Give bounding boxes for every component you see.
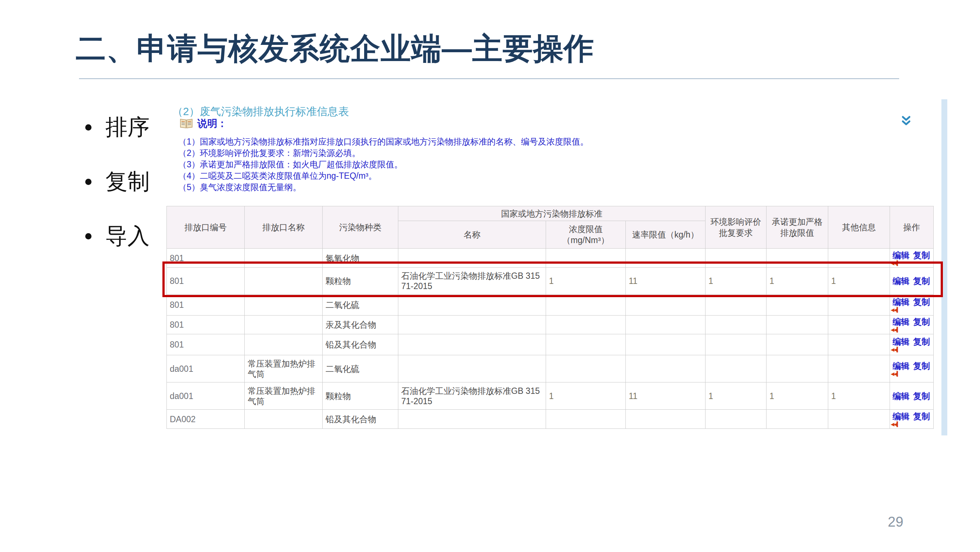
cell-pollutant: 铅及其化合物 bbox=[323, 410, 398, 429]
copy-link[interactable]: 复制 bbox=[913, 250, 930, 260]
col-stricter-limit: 承诺更加严格 排放限值 bbox=[767, 206, 828, 249]
cell-rate: 11 bbox=[626, 268, 705, 295]
cell-pollutant: 颗粒物 bbox=[323, 383, 398, 410]
cell-eia bbox=[705, 334, 767, 355]
table-row: 801 二氧化硫 编辑复制 ◀◀▍ bbox=[167, 295, 934, 316]
edit-link[interactable]: 编辑 bbox=[892, 276, 910, 286]
cell-rate bbox=[626, 355, 705, 383]
cell-outlet-no: 801 bbox=[167, 334, 245, 355]
copy-link[interactable]: 复制 bbox=[913, 361, 930, 371]
cell-operations: 编辑复制 ◀◀▍ bbox=[890, 334, 934, 355]
cell-stricter bbox=[767, 334, 828, 355]
cell-rate bbox=[626, 249, 705, 268]
cell-rate bbox=[626, 316, 705, 334]
sort-arrows-icon[interactable]: ◀◀▍ bbox=[891, 260, 932, 266]
edit-link[interactable]: 编辑 bbox=[892, 250, 910, 260]
cell-outlet-no: DA002 bbox=[167, 410, 245, 429]
bullet-dot bbox=[85, 124, 92, 131]
cell-operations: 编辑复制 ◀◀▍ bbox=[890, 410, 934, 429]
edit-link[interactable]: 编辑 bbox=[892, 412, 910, 421]
cell-eia bbox=[705, 249, 767, 268]
cell-conc: 1 bbox=[546, 383, 626, 410]
cell-rate bbox=[626, 295, 705, 316]
note-line: （2）环境影响评价批复要求：新增污染源必填。 bbox=[178, 147, 589, 159]
cell-other bbox=[828, 410, 890, 429]
edit-link[interactable]: 编辑 bbox=[892, 337, 910, 346]
cell-conc bbox=[546, 316, 626, 334]
cell-outlet-no: da001 bbox=[167, 355, 245, 383]
note-line: （3）承诺更加严格排放限值：如火电厂超低排放浓度限值。 bbox=[178, 159, 589, 170]
cell-standard: 石油化学工业污染物排放标准GB 31571-2015 bbox=[398, 383, 546, 410]
cell-outlet-name: 常压装置加热炉排气筒 bbox=[245, 383, 323, 410]
table-row: da001 常压装置加热炉排气筒 颗粒物 石油化学工业污染物排放标准GB 315… bbox=[167, 383, 934, 410]
cell-rate bbox=[626, 334, 705, 355]
note-header: 说明： bbox=[180, 117, 227, 130]
edit-link[interactable]: 编辑 bbox=[892, 317, 910, 327]
note-line: （1）国家或地方污染物排放标准指对应排放口须执行的国家或地方污染物排放标准的名称… bbox=[178, 136, 589, 147]
collapse-chevron-down-icon[interactable] bbox=[900, 115, 912, 127]
cell-outlet-name bbox=[245, 295, 323, 316]
cell-outlet-name bbox=[245, 410, 323, 429]
copy-link[interactable]: 复制 bbox=[913, 317, 930, 327]
cell-operations: 编辑复制 ◀◀▍ bbox=[890, 295, 934, 316]
screenshot-panel: （2）废气污染物排放执行标准信息表 说明： （1）国家或地方污染物排放标准指对应… bbox=[164, 99, 942, 436]
cell-conc bbox=[546, 295, 626, 316]
copy-link[interactable]: 复制 bbox=[913, 297, 930, 307]
cell-pollutant: 铅及其化合物 bbox=[323, 334, 398, 355]
sort-arrows-icon[interactable]: ◀◀▍ bbox=[891, 307, 932, 313]
col-other-info: 其他信息 bbox=[828, 206, 890, 249]
cell-outlet-name bbox=[245, 268, 323, 295]
note-label: 说明： bbox=[197, 117, 227, 130]
copy-link[interactable]: 复制 bbox=[913, 391, 930, 401]
table-row: DA002 铅及其化合物 编辑复制 ◀◀▍ bbox=[167, 410, 934, 429]
bullet-item-copy: 复制 bbox=[85, 165, 150, 199]
bullet-dot bbox=[85, 233, 92, 239]
note-line: （4）二噁英及二噁英类浓度限值单位为ng-TEQ/m³。 bbox=[178, 170, 589, 182]
edit-link[interactable]: 编辑 bbox=[892, 361, 910, 371]
table-row: 801 汞及其化合物 编辑复制 ◀◀▍ bbox=[167, 316, 934, 334]
cell-operations: 编辑复制 ◀◀▍ bbox=[890, 316, 934, 334]
cell-pollutant: 颗粒物 bbox=[323, 268, 398, 295]
sort-arrows-icon[interactable]: ◀◀▍ bbox=[891, 371, 932, 377]
title-divider bbox=[79, 78, 899, 79]
cell-other bbox=[828, 295, 890, 316]
bullet-label: 排序 bbox=[105, 113, 150, 142]
cell-conc bbox=[546, 355, 626, 383]
copy-link[interactable]: 复制 bbox=[913, 276, 930, 286]
page-title: 二、申请与核发系统企业端—主要操作 bbox=[76, 29, 594, 69]
sort-arrows-icon[interactable]: ◀◀▍ bbox=[891, 347, 932, 353]
cell-outlet-no: 801 bbox=[167, 316, 245, 334]
cell-pollutant: 汞及其化合物 bbox=[323, 316, 398, 334]
cell-eia bbox=[705, 316, 767, 334]
notes-list: （1）国家或地方污染物排放标准指对应排放口须执行的国家或地方污染物排放标准的名称… bbox=[178, 136, 589, 193]
cell-operations: 编辑复制 bbox=[890, 268, 934, 295]
book-icon bbox=[180, 118, 193, 129]
cell-operations: 编辑复制 ◀◀▍ bbox=[890, 249, 934, 268]
cell-eia bbox=[705, 355, 767, 383]
cell-pollutant: 二氧化硫 bbox=[323, 355, 398, 383]
page-number: 29 bbox=[888, 514, 903, 530]
cell-stricter: 1 bbox=[767, 268, 828, 295]
table-row: 801 铅及其化合物 编辑复制 ◀◀▍ bbox=[167, 334, 934, 355]
cell-stricter bbox=[767, 316, 828, 334]
edit-link[interactable]: 编辑 bbox=[892, 297, 910, 307]
table-row: da001 常压装置加热炉排气筒 二氧化硫 编辑复制 ◀◀▍ bbox=[167, 355, 934, 383]
cell-pollutant: 氮氧化物 bbox=[323, 249, 398, 268]
col-outlet-name: 排放口名称 bbox=[245, 206, 323, 249]
col-pollutant-type: 污染物种类 bbox=[323, 206, 398, 249]
col-conc-limit: 浓度限值 （mg/Nm³） bbox=[546, 221, 626, 249]
cell-operations: 编辑复制 bbox=[890, 383, 934, 410]
cell-eia: 1 bbox=[705, 268, 767, 295]
cell-eia bbox=[705, 410, 767, 429]
sort-arrows-icon[interactable]: ◀◀▍ bbox=[891, 327, 932, 333]
cell-conc: 1 bbox=[546, 268, 626, 295]
table-row: 801 氮氧化物 编辑复制 ◀◀▍ bbox=[167, 249, 934, 268]
cell-operations: 编辑复制 ◀◀▍ bbox=[890, 355, 934, 383]
col-operations: 操作 bbox=[890, 206, 934, 249]
edit-link[interactable]: 编辑 bbox=[892, 391, 910, 401]
col-eia: 环境影响评价 批复要求 bbox=[705, 206, 767, 249]
copy-link[interactable]: 复制 bbox=[913, 337, 930, 346]
copy-link[interactable]: 复制 bbox=[913, 412, 930, 421]
sort-arrows-icon[interactable]: ◀◀▍ bbox=[891, 421, 932, 428]
cell-standard bbox=[398, 249, 546, 268]
